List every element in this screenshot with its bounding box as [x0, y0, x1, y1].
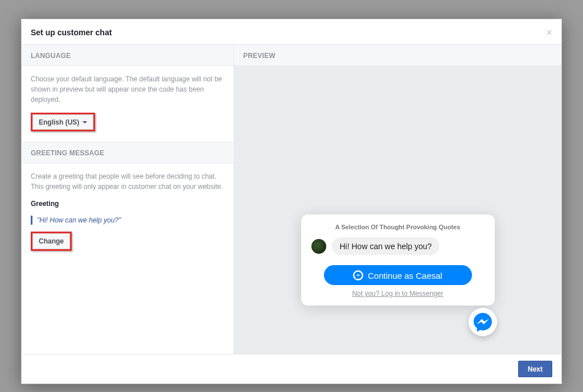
greeting-description: Create a greeting that people will see b… — [31, 171, 224, 192]
greeting-section-body: Create a greeting that people will see b… — [22, 163, 233, 261]
messenger-fab[interactable] — [469, 308, 497, 336]
highlight-change-button: Change — [31, 232, 72, 251]
language-section-header: LANGUAGE — [22, 45, 233, 66]
preview-section-header: PREVIEW — [234, 45, 561, 66]
avatar — [311, 239, 326, 254]
messenger-icon — [353, 270, 363, 280]
modal-footer: Next — [22, 354, 561, 383]
chat-card: A Selection Of Thought Provoking Quotes … — [301, 214, 495, 306]
language-dropdown[interactable]: English (US) — [32, 114, 93, 130]
continue-label: Continue as Caesal — [368, 271, 442, 280]
messenger-icon — [473, 312, 492, 332]
change-button[interactable]: Change — [32, 233, 70, 249]
modal-header: Set up customer chat × — [22, 19, 561, 45]
continue-as-button[interactable]: Continue as Caesal — [324, 265, 472, 285]
chat-page-title: A Selection Of Thought Provoking Quotes — [311, 224, 485, 230]
modal-body: LANGUAGE Choose your default language. T… — [22, 45, 561, 354]
caret-down-icon — [83, 121, 87, 123]
chat-widget: A Selection Of Thought Provoking Quotes … — [301, 214, 495, 306]
language-description: Choose your default language. The defaul… — [31, 74, 224, 105]
customer-chat-setup-modal: Set up customer chat × LANGUAGE Choose y… — [21, 19, 562, 384]
language-selected: English (US) — [39, 118, 79, 126]
greeting-section-header: GREETING MESSAGE — [22, 142, 233, 163]
settings-panel: LANGUAGE Choose your default language. T… — [22, 45, 234, 354]
next-button[interactable]: Next — [518, 361, 552, 377]
modal-title: Set up customer chat — [31, 28, 112, 37]
chat-row: Hi! How can we help you? — [311, 237, 485, 255]
greeting-text-value: "Hi! How can we help you?" — [31, 216, 224, 225]
language-section-body: Choose your default language. The defaul… — [22, 66, 233, 142]
preview-panel: PREVIEW A Selection Of Thought Provoking… — [234, 45, 561, 354]
greeting-label: Greeting — [31, 200, 224, 208]
close-icon[interactable]: × — [546, 27, 552, 38]
chat-greeting-bubble: Hi! How can we help you? — [332, 237, 440, 255]
highlight-language-dropdown: English (US) — [31, 113, 95, 131]
not-you-link[interactable]: Not you? Log in to Messenger — [311, 290, 485, 298]
